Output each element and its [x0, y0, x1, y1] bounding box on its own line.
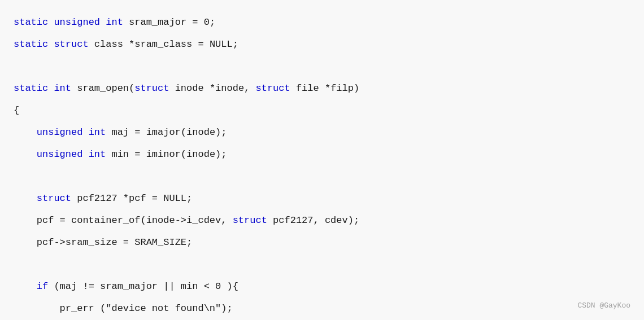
line-5: {: [14, 105, 19, 116]
line-1: static unsigned int sram_major = 0;: [14, 17, 215, 28]
line-6: unsigned int maj = imajor(inode);: [14, 127, 227, 138]
line-4: static int sram_open(struct inode *inode…: [14, 83, 359, 94]
line-13: if (maj != sram_major || min < 0 ){: [14, 281, 238, 292]
watermark: CSDN @GayKoo: [577, 301, 630, 310]
line-7: unsigned int min = iminor(inode);: [14, 149, 227, 160]
code-container: static unsigned int sram_major = 0; stat…: [0, 0, 644, 320]
line-10: pcf = container_of(inode->i_cdev, struct…: [14, 215, 359, 226]
line-11: pcf->sram_size = SRAM_SIZE;: [14, 237, 192, 248]
line-14: pr_err ("device not found\n");: [14, 303, 233, 314]
line-9: struct pcf2127 *pcf = NULL;: [14, 193, 192, 204]
code-block: static unsigned int sram_major = 0; stat…: [14, 11, 630, 320]
line-2: static struct class *sram_class = NULL;: [14, 39, 238, 50]
